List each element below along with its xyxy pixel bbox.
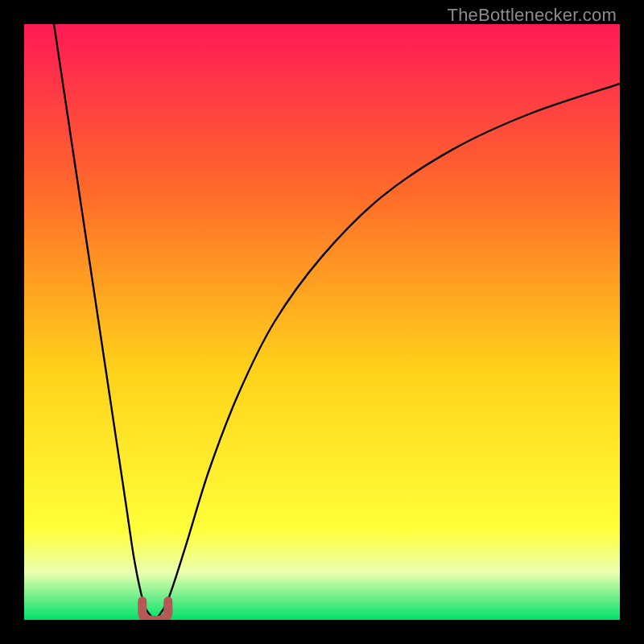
bottleneck-chart	[24, 24, 620, 620]
chart-frame	[24, 24, 620, 620]
watermark-text: TheBottlenecker.com	[448, 5, 617, 26]
